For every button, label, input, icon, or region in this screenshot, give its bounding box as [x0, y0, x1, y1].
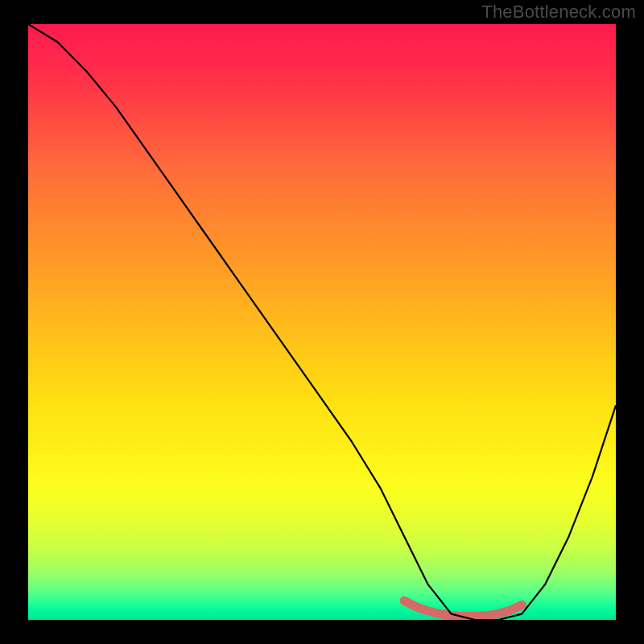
highlight-band [404, 601, 522, 616]
chart-frame: TheBottleneck.com [0, 0, 644, 644]
watermark-text: TheBottleneck.com [481, 2, 636, 23]
curve-line [28, 24, 616, 620]
chart-svg [28, 24, 616, 620]
plot-area [28, 24, 616, 620]
